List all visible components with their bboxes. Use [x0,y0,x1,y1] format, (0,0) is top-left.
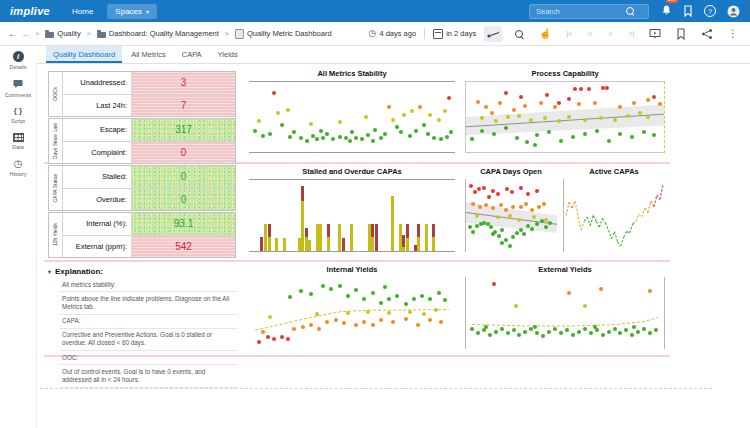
data-point [391,118,395,122]
data-point [559,139,563,143]
present-icon [649,28,661,40]
pan-tool-button[interactable]: ☝ [536,26,554,42]
data-point [319,129,323,133]
data-point [535,189,539,193]
data-point [317,327,321,331]
data-point [379,136,383,140]
bookmark-button[interactable] [672,26,690,42]
share-button[interactable] [698,26,716,42]
rail-item-comments[interactable]: Comments [5,79,32,98]
data-point [299,136,303,140]
breadcrumb-item-metric-dashboard[interactable]: Quality Metric Dashboard [235,29,332,39]
data-point [272,337,276,341]
rail-item-script[interactable]: { } Script [11,107,25,124]
data-point [504,126,508,130]
internal-yields-chart[interactable] [249,277,455,349]
help-icon[interactable]: ? [704,5,716,17]
data-point [504,91,508,95]
tab-bar: Quality Dashboard All Metrics CAPA Yield… [36,45,750,64]
bar [301,180,304,251]
table-row: Unaddressed: 3 [63,72,235,94]
crumb-separator: > [87,30,91,37]
bar [342,180,345,251]
trend-tool-button[interactable] [484,26,502,42]
global-search[interactable] [529,4,649,19]
tab-capa[interactable]: CAPA [175,45,209,63]
capa-days-open-chart[interactable] [465,179,557,252]
bar [319,180,322,251]
rail-item-details[interactable]: i Details [10,51,27,70]
stalled-overdue-capas-chart[interactable] [249,179,455,252]
tab-yields[interactable]: Yields [211,45,245,63]
data-point [414,129,418,133]
last-page-icon[interactable]: >| [624,29,638,38]
process-capability-chart[interactable] [465,81,665,153]
data-point [272,91,276,95]
panel-active-capas: Active CAPAs [562,167,666,256]
first-page-icon[interactable]: |< [562,29,576,38]
next-page-icon[interactable]: > [604,29,616,38]
group-label: CAPA Status [53,174,59,203]
history-clock-icon: ◷ [14,159,23,169]
data-point [487,195,491,199]
data-point [583,327,587,331]
external-yields-chart[interactable] [465,277,665,349]
explanation-title[interactable]: ▾ Explanation: [48,267,238,276]
app-logo[interactable]: implive [10,5,50,17]
table-row: Escape: 317 [63,119,235,141]
data-point [519,186,523,190]
data-point [418,105,422,109]
tab-quality-dashboard[interactable]: Quality Dashboard [46,45,122,63]
breadcrumb-item-dashboard[interactable]: Dashboard: Quality Management [97,29,219,38]
more-menu-button[interactable]: ⋮ [724,26,742,42]
data-point [492,282,496,286]
data-point [494,330,498,334]
data-point [593,101,597,105]
table-row: Internal (%): 93.1 [63,213,235,235]
present-button[interactable] [646,26,664,42]
zoom-tool-button[interactable] [510,26,528,42]
time-forward-button[interactable]: in 2 days [433,29,476,39]
bar [350,180,353,251]
data-point [567,115,571,119]
time-back-button[interactable]: ◷ 4 days ago [369,29,417,38]
chart-title: All Metrics Stability [248,69,456,80]
top-app-bar: implive Home Spaces ▾ 99+ ? [0,0,750,22]
data-point [286,337,290,341]
rail-item-history[interactable]: ◷ History [9,159,26,177]
data-point [537,205,541,209]
breadcrumb-overflow[interactable]: ... [23,29,29,38]
data-point [567,97,571,101]
data-point [350,130,354,134]
rail-item-data[interactable]: Data [12,133,24,150]
bar [338,180,341,251]
active-capas-chart[interactable] [563,179,665,252]
data-point [571,135,575,139]
panel-all-metrics-stability: All Metrics Stability [248,69,456,157]
group-label: 12h Yields [53,223,59,246]
data-point [519,205,523,209]
search-input[interactable] [534,6,626,17]
data-point [599,287,603,291]
chart-title: Process Capability [464,69,666,80]
avatar[interactable] [727,5,740,18]
tab-all-metrics[interactable]: All Metrics [124,45,173,63]
data-point [299,289,303,293]
notifications-button[interactable]: 99+ [661,2,672,20]
nav-spaces-button[interactable]: Spaces ▾ [107,4,157,19]
back-icon[interactable]: ← [8,28,18,39]
metric-value: 0 [132,189,235,211]
metric-value: 93.1 [132,213,235,235]
data-point [416,323,420,327]
all-metrics-stability-chart[interactable] [249,81,455,153]
bookmark-icon[interactable] [683,5,693,17]
prev-page-icon[interactable]: < [584,29,596,38]
data-point [497,234,501,238]
data-point [432,136,436,140]
data-point [387,105,391,109]
data-point [439,320,443,324]
data-point [315,137,319,141]
data-point [439,137,443,141]
breadcrumb-item-quality[interactable]: Quality [45,29,80,38]
nav-home[interactable]: Home [72,7,93,16]
